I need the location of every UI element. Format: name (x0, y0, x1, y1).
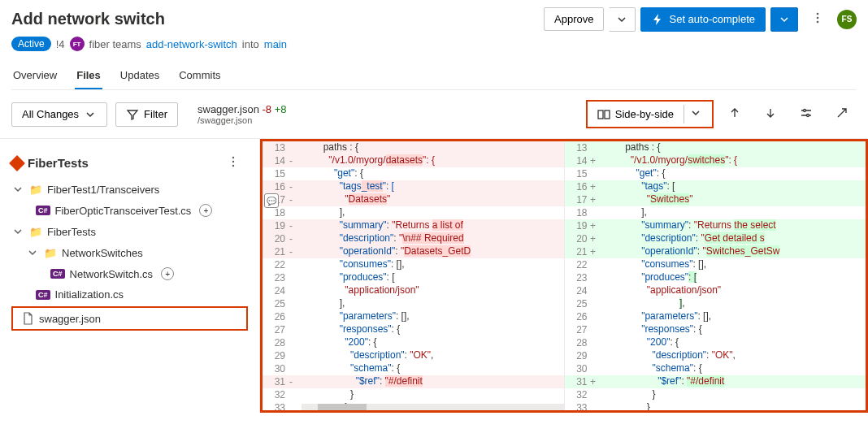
tree-folder[interactable]: 📁NetworkSwitches (0, 242, 259, 263)
code-line[interactable]: 26 "parameters": [], (565, 310, 866, 323)
prev-diff-button[interactable] (720, 102, 749, 127)
code-line[interactable]: 28 "200": { (565, 336, 866, 349)
columns-icon (597, 108, 610, 121)
tree-folder[interactable]: 📁FiberTests (0, 221, 259, 242)
added-indicator: + (161, 267, 174, 280)
diff-right-pane: 13 paths : {14+ "/v1.0/myorg/switches": … (565, 141, 866, 410)
code-line[interactable]: 14+ "/v1.0/myorg/switches": { (565, 154, 866, 167)
target-branch[interactable]: main (264, 38, 287, 50)
code-line[interactable]: 22 "consumes": [], (565, 258, 866, 271)
code-line[interactable]: 13 paths : { (263, 141, 564, 154)
auto-complete-button[interactable]: Set auto-complete (640, 7, 766, 32)
svg-point-2 (817, 21, 819, 24)
expand-icon (835, 106, 848, 119)
code-line[interactable]: 31- "$ref": "#/definit (263, 375, 564, 388)
tab-files[interactable]: Files (75, 63, 102, 89)
tree-node-label: swagger.json (39, 313, 101, 325)
file-name: swagger.json (197, 103, 259, 115)
chevron-down-icon (26, 246, 39, 259)
arrow-down-icon (764, 106, 777, 119)
code-line[interactable]: 27 "responses": { (565, 323, 866, 336)
code-line[interactable]: 32 } (263, 388, 564, 401)
pr-number: !4 (56, 38, 65, 50)
code-line[interactable]: 15 "get": { (565, 167, 866, 180)
chevron-down-icon (84, 108, 97, 121)
code-line[interactable]: 32 } (565, 388, 866, 401)
more-vertical-icon (811, 11, 824, 24)
user-avatar[interactable]: FS (837, 10, 857, 29)
page-title: Add network switch (11, 10, 165, 28)
chevron-down-icon (615, 13, 628, 26)
code-line[interactable]: 23 "produces": [ (565, 271, 866, 284)
tree-file[interactable]: C#FiberOpticTransceiverTest.cs+ (0, 200, 259, 221)
all-changes-dropdown[interactable]: All Changes (11, 102, 107, 127)
tree-node-label: NetworkSwitch.cs (70, 268, 154, 280)
auto-complete-dropdown[interactable] (770, 7, 798, 32)
tab-commits[interactable]: Commits (177, 63, 222, 89)
approve-button[interactable]: Approve (544, 7, 604, 31)
code-line[interactable]: 25 ], (565, 297, 866, 310)
code-line[interactable]: 17+ "Switches" (565, 193, 866, 206)
more-button[interactable] (803, 6, 832, 32)
source-branch[interactable]: add-network-switch (146, 38, 237, 50)
chevron-down-icon (11, 225, 24, 238)
tree-node-label: FiberTests (47, 226, 96, 238)
tree-more-button[interactable] (219, 150, 248, 175)
code-line[interactable]: 13 paths : { (565, 141, 866, 154)
file-icon (21, 312, 34, 325)
code-line[interactable]: 29 "description": "OK", (263, 349, 564, 362)
code-line[interactable]: 14- "/v1.0/myorg/datasets": { (263, 154, 564, 167)
svg-rect-4 (605, 110, 610, 119)
code-line[interactable]: 26 "parameters": [], (263, 310, 564, 323)
code-line[interactable]: 33 } (565, 401, 866, 410)
tree-file-selected[interactable]: swagger.json (11, 306, 248, 331)
diff-view-dropdown[interactable] (684, 105, 707, 123)
code-line[interactable]: 22 "consumes": [], (263, 258, 564, 271)
code-line[interactable]: 23 "produces": [ (263, 271, 564, 284)
tree-root[interactable]: FiberTests (11, 156, 89, 170)
tree-file[interactable]: C#Initialization.cs (0, 284, 259, 305)
tab-updates[interactable]: Updates (119, 63, 161, 89)
code-line[interactable]: 17- "Datasets" (263, 193, 564, 206)
code-line[interactable]: 24 "application/json" (263, 284, 564, 297)
tree-folder[interactable]: 📁FiberTest1/Transceivers (0, 179, 259, 200)
code-line[interactable]: 30 "schema": { (263, 362, 564, 375)
filter-label: Filter (144, 108, 167, 120)
code-line[interactable]: 16+ "tags": [ (565, 180, 866, 193)
svg-point-5 (804, 110, 806, 112)
filter-button[interactable]: Filter (115, 102, 178, 127)
code-line[interactable]: 21+ "operationId": "Switches_GetSw (565, 245, 866, 258)
code-line[interactable]: 19- "summary": "Returns a list of (263, 219, 564, 232)
approve-dropdown[interactable] (609, 7, 636, 32)
side-by-side-button[interactable]: Side-by-side (592, 106, 679, 123)
code-line[interactable]: 15 "get": { (263, 167, 564, 180)
code-line[interactable]: 29 "description": "OK", (565, 349, 866, 362)
comment-icon[interactable]: 💬 (264, 193, 279, 208)
fullscreen-button[interactable] (827, 102, 857, 127)
code-line[interactable]: 18 ], (565, 206, 866, 219)
code-line[interactable]: 30 "schema": { (565, 362, 866, 375)
code-line[interactable]: 24 "application/json" (565, 284, 866, 297)
code-line[interactable]: 20- "description": "\n## Required (263, 232, 564, 245)
code-line[interactable]: 21- "operationId": "Datasets_GetD (263, 245, 564, 258)
diff-view-selector: Side-by-side (586, 100, 714, 128)
code-line[interactable]: 27 "responses": { (263, 323, 564, 336)
code-line[interactable]: 16- "tags_test": [ (263, 180, 564, 193)
code-line[interactable]: 19+ "summary": "Returns the select (565, 219, 866, 232)
folder-icon: 📁 (29, 226, 42, 238)
lines-removed: -8 (263, 103, 272, 115)
code-line[interactable]: 20+ "description": "Get detailed s (565, 232, 866, 245)
next-diff-button[interactable] (756, 102, 785, 127)
scrollbar[interactable] (302, 404, 564, 410)
filter-icon (126, 108, 139, 121)
code-line[interactable]: 25 ], (263, 297, 564, 310)
tree-file[interactable]: C#NetworkSwitch.cs+ (0, 263, 259, 284)
settings-button[interactable] (792, 102, 821, 127)
svg-rect-3 (598, 110, 603, 119)
code-line[interactable]: 18 ], (263, 206, 564, 219)
side-by-side-label: Side-by-side (615, 108, 674, 120)
code-line[interactable]: 28 "200": { (263, 336, 564, 349)
chevron-down-icon (778, 13, 791, 26)
code-line[interactable]: 31+ "$ref": "#/definit (565, 375, 866, 388)
tab-overview[interactable]: Overview (11, 63, 59, 89)
